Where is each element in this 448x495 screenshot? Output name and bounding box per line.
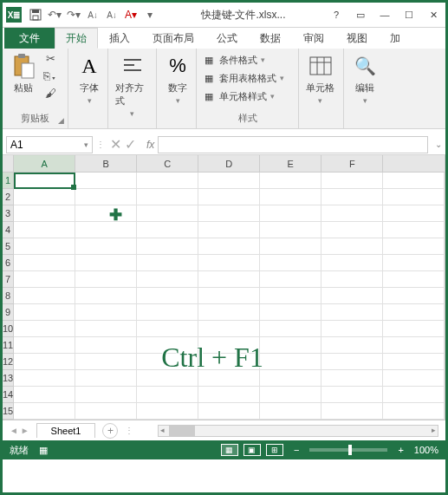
cell[interactable] <box>260 337 321 354</box>
cell[interactable] <box>260 354 321 370</box>
column-header[interactable]: E <box>260 155 321 172</box>
table-format-button[interactable]: ▦套用表格格式▾ <box>200 70 286 86</box>
maximize-button[interactable]: ☐ <box>400 6 418 23</box>
cell[interactable] <box>14 304 75 321</box>
tab-formulas[interactable]: 公式 <box>205 28 249 49</box>
cell[interactable] <box>260 387 321 403</box>
cell[interactable] <box>260 173 321 189</box>
cell[interactable] <box>198 288 260 304</box>
cell[interactable] <box>198 222 260 238</box>
page-layout-view-button[interactable]: ▣ <box>243 444 261 456</box>
zoom-level[interactable]: 100% <box>414 445 438 455</box>
tab-insert[interactable]: 插入 <box>98 28 141 49</box>
cell[interactable] <box>75 321 137 337</box>
column-header[interactable]: D <box>198 155 260 172</box>
tab-view[interactable]: 视图 <box>335 28 379 49</box>
cell[interactable] <box>14 205 75 222</box>
cell[interactable] <box>75 238 137 255</box>
help-icon[interactable]: ? <box>328 6 345 23</box>
cell[interactable] <box>383 222 445 238</box>
cell[interactable] <box>198 387 260 403</box>
page-break-view-button[interactable]: ⊞ <box>266 444 283 456</box>
cell[interactable] <box>383 370 445 387</box>
cell[interactable] <box>260 255 321 271</box>
cell[interactable] <box>75 189 137 205</box>
cell[interactable] <box>383 189 445 205</box>
cell[interactable] <box>137 321 198 337</box>
cell[interactable] <box>14 288 75 304</box>
formula-bar[interactable] <box>158 136 428 153</box>
cell[interactable] <box>383 271 445 288</box>
cell[interactable] <box>137 173 198 189</box>
zoom-in-button[interactable]: + <box>398 445 403 455</box>
cell[interactable] <box>383 304 445 321</box>
tab-home[interactable]: 开始 <box>55 28 98 49</box>
cell[interactable] <box>260 222 321 238</box>
cell[interactable] <box>383 288 445 304</box>
add-sheet-button[interactable]: + <box>102 423 118 439</box>
number-button[interactable]: %数字▾ <box>160 50 195 107</box>
cell[interactable] <box>75 271 137 288</box>
row-header[interactable]: 10 <box>3 321 13 337</box>
cell[interactable] <box>14 238 75 255</box>
row-header[interactable]: 5 <box>3 238 13 255</box>
cell[interactable] <box>137 288 198 304</box>
copy-icon[interactable]: ⎘▾ <box>42 68 58 83</box>
row-header[interactable]: 14 <box>3 387 13 403</box>
sheet-tab[interactable]: Sheet1 <box>36 423 96 438</box>
cell[interactable] <box>321 222 383 238</box>
horizontal-scrollbar[interactable]: ◂▸ <box>158 425 438 437</box>
cell[interactable] <box>75 304 137 321</box>
cell[interactable] <box>14 271 75 288</box>
cell[interactable] <box>137 271 198 288</box>
cell[interactable] <box>75 255 137 271</box>
format-painter-icon[interactable]: 🖌 <box>42 85 58 101</box>
cell[interactable] <box>75 337 137 354</box>
edit-button[interactable]: 🔍编辑▾ <box>347 50 382 107</box>
sheet-nav-arrows[interactable]: ◄ ► <box>10 426 29 435</box>
accept-formula-icon[interactable]: ✓ <box>125 136 136 153</box>
cell[interactable] <box>383 387 445 403</box>
cell[interactable] <box>260 189 321 205</box>
fx-icon[interactable]: fx <box>143 139 158 151</box>
cell[interactable] <box>75 403 137 420</box>
cell[interactable] <box>321 238 383 255</box>
close-button[interactable]: ✕ <box>425 6 442 23</box>
cell[interactable] <box>137 403 198 420</box>
cell[interactable] <box>198 403 260 420</box>
cell[interactable] <box>75 205 137 222</box>
cell[interactable] <box>260 304 321 321</box>
active-cell[interactable] <box>14 173 75 189</box>
cell[interactable] <box>75 387 137 403</box>
cell[interactable] <box>383 255 445 271</box>
cell[interactable] <box>383 354 445 370</box>
cell[interactable] <box>137 304 198 321</box>
expand-formula-icon[interactable]: ⌄ <box>432 140 445 149</box>
row-header[interactable]: 1 <box>3 173 13 189</box>
zoom-out-button[interactable]: − <box>294 445 299 455</box>
cell[interactable] <box>137 238 198 255</box>
cell[interactable] <box>383 173 445 189</box>
zoom-slider[interactable] <box>309 448 387 452</box>
cell[interactable] <box>321 255 383 271</box>
cell[interactable] <box>321 370 383 387</box>
cell[interactable] <box>198 321 260 337</box>
cell[interactable] <box>321 205 383 222</box>
cell[interactable] <box>75 173 137 189</box>
cell[interactable] <box>321 403 383 420</box>
cell[interactable] <box>260 403 321 420</box>
align-button[interactable]: 对齐方式▾ <box>112 50 153 120</box>
row-header[interactable]: 8 <box>3 288 13 304</box>
row-header[interactable]: 4 <box>3 222 13 238</box>
cell[interactable] <box>14 189 75 205</box>
paste-button[interactable]: 粘贴 <box>6 50 41 96</box>
cell[interactable] <box>383 205 445 222</box>
tab-review[interactable]: 审阅 <box>292 28 335 49</box>
minimize-button[interactable]: — <box>376 6 393 23</box>
cell[interactable] <box>14 354 75 370</box>
conditional-format-button[interactable]: ▦条件格式▾ <box>200 52 267 68</box>
column-header[interactable]: C <box>137 155 198 172</box>
tab-layout[interactable]: 页面布局 <box>141 28 205 49</box>
cell[interactable] <box>198 189 260 205</box>
cell[interactable] <box>321 173 383 189</box>
